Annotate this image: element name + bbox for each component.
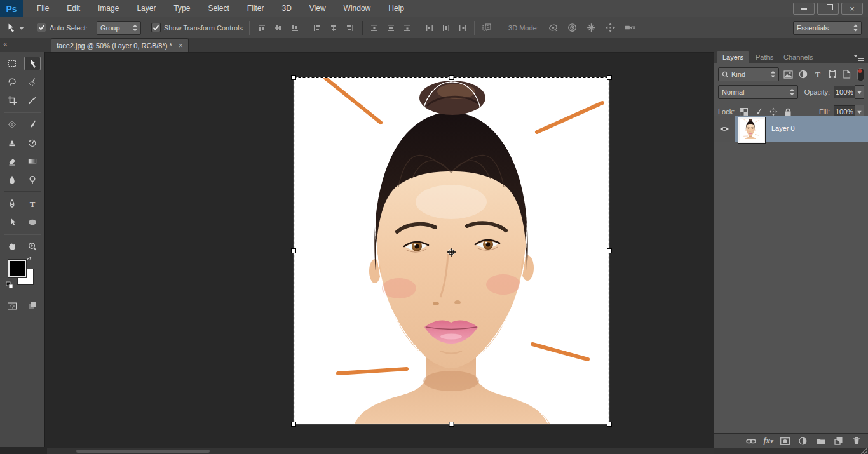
lock-image-pixels-icon[interactable] [753, 107, 764, 117]
layer-filter-kind-dropdown[interactable]: Kind [718, 67, 779, 81]
tab-paths[interactable]: Paths [750, 51, 779, 63]
document-canvas[interactable] [294, 77, 609, 424]
menu-edit[interactable]: Edit [58, 0, 89, 17]
rectangular-marquee-tool[interactable] [4, 57, 20, 70]
align-horizontal-centers-icon[interactable] [328, 22, 339, 33]
panel-menu-icon[interactable] [854, 54, 864, 62]
eraser-tool[interactable] [4, 154, 20, 168]
close-button[interactable]: × [841, 3, 863, 15]
align-left-edges-icon[interactable] [311, 22, 322, 33]
clone-stamp-tool[interactable] [4, 136, 20, 150]
auto-align-layers-icon[interactable] [481, 22, 492, 33]
layer-name[interactable]: Layer 0 [771, 124, 795, 132]
quick-selection-tool[interactable] [24, 75, 41, 89]
blur-tool[interactable] [4, 173, 20, 187]
layer-row-layer0[interactable]: Layer 0 [714, 116, 868, 142]
menu-help[interactable]: Help [379, 0, 413, 17]
filter-adjustment-layers-icon[interactable] [797, 69, 808, 80]
workspace-dropdown[interactable]: Essentials [793, 21, 862, 35]
distribute-vertical-centers-icon[interactable] [385, 22, 396, 33]
lock-all-icon[interactable] [782, 107, 793, 117]
transform-handle-mid-left[interactable] [292, 249, 296, 253]
link-layers-icon[interactable] [745, 436, 756, 446]
brush-tool[interactable] [24, 117, 41, 131]
default-colors-icon[interactable] [6, 281, 13, 289]
menu-filter[interactable]: Filter [238, 0, 273, 17]
layer-visibility-cell[interactable] [714, 116, 735, 142]
foreground-color-swatch[interactable] [8, 260, 26, 277]
gradient-tool[interactable] [24, 154, 41, 168]
menu-3d[interactable]: 3D [273, 0, 300, 17]
distribute-bottom-edges-icon[interactable] [402, 22, 412, 33]
new-group-icon[interactable] [815, 436, 826, 446]
menu-type[interactable]: Type [165, 0, 199, 17]
transform-handle-mid-right[interactable] [607, 249, 612, 253]
menu-image[interactable]: Image [89, 0, 128, 17]
tab-layers[interactable]: Layers [717, 51, 749, 63]
transform-handle-top-right[interactable] [607, 76, 612, 80]
zoom-tool[interactable] [24, 239, 41, 253]
distribute-top-edges-icon[interactable] [369, 22, 379, 33]
document-tab-close-icon[interactable]: × [179, 42, 183, 50]
layer-thumbnail[interactable] [738, 117, 765, 143]
history-brush-tool[interactable] [24, 136, 41, 150]
screen-mode-button[interactable] [24, 299, 41, 313]
auto-select-checkbox[interactable]: Auto-Select: [37, 23, 88, 32]
horizontal-type-tool[interactable]: T [24, 197, 41, 211]
restore-button[interactable] [817, 3, 839, 15]
auto-select-target-dropdown[interactable]: Group [97, 21, 141, 35]
menu-layer[interactable]: Layer [128, 0, 165, 17]
horizontal-scrollbar[interactable] [47, 448, 714, 454]
3d-roll-icon[interactable] [567, 22, 578, 33]
ellipse-shape-tool[interactable] [24, 215, 41, 229]
move-tool-icon[interactable] [5, 22, 16, 33]
swap-colors-icon[interactable] [26, 257, 34, 264]
spot-healing-brush-tool[interactable] [4, 117, 20, 131]
transform-handle-bottom-left[interactable] [292, 422, 296, 427]
eyedropper-tool[interactable] [24, 93, 41, 107]
distribute-left-edges-icon[interactable] [424, 22, 435, 33]
distribute-horizontal-centers-icon[interactable] [440, 22, 451, 33]
3d-drag-icon[interactable] [586, 22, 597, 33]
show-transform-checkbox[interactable]: Show Transform Controls [151, 23, 243, 32]
menu-view[interactable]: View [301, 0, 335, 17]
new-adjustment-layer-icon[interactable] [797, 436, 808, 446]
transform-handle-bottom-center[interactable] [449, 422, 454, 427]
blend-mode-dropdown[interactable]: Normal [718, 85, 798, 99]
transform-handle-top-center[interactable] [449, 76, 454, 80]
dodge-tool[interactable] [24, 173, 41, 187]
path-selection-tool[interactable] [4, 215, 20, 229]
move-tool[interactable] [24, 57, 41, 70]
transform-handle-bottom-right[interactable] [607, 422, 612, 427]
align-top-edges-icon[interactable] [256, 22, 267, 33]
transform-handle-top-left[interactable] [292, 76, 296, 80]
tool-preset-caret-icon[interactable] [19, 26, 24, 30]
opacity-caret-icon[interactable] [855, 85, 864, 99]
align-bottom-edges-icon[interactable] [289, 22, 300, 33]
horizontal-scrollbar-thumb[interactable] [76, 450, 210, 453]
distribute-right-edges-icon[interactable] [457, 22, 468, 33]
filter-pixel-layers-icon[interactable] [783, 69, 794, 80]
opacity-control[interactable]: 100% [834, 85, 864, 99]
align-right-edges-icon[interactable] [344, 22, 355, 33]
menu-window[interactable]: Window [335, 0, 380, 17]
tab-channels[interactable]: Channels [778, 51, 818, 63]
lock-position-icon[interactable] [768, 107, 778, 117]
filter-shape-layers-icon[interactable] [827, 69, 837, 80]
panel-resize-grip[interactable] [861, 448, 867, 454]
minimize-button[interactable] [793, 3, 815, 15]
layer-filter-toggle[interactable] [857, 68, 864, 81]
menu-file[interactable]: File [28, 0, 58, 17]
menu-select[interactable]: Select [199, 0, 238, 17]
delete-layer-icon[interactable] [851, 436, 862, 446]
3d-scale-camera-icon[interactable] [624, 22, 635, 33]
crop-tool[interactable] [4, 93, 20, 107]
document-tab[interactable]: face2.jpg @ 50% (Layer 0, RGB/8*) * × [51, 38, 189, 52]
lasso-tool[interactable] [4, 75, 20, 89]
new-layer-icon[interactable] [833, 436, 844, 446]
filter-type-layers-icon[interactable]: T [812, 69, 823, 80]
collapse-tools-panel-icon[interactable]: « [3, 40, 7, 48]
3d-rotate-icon[interactable] [548, 22, 559, 33]
pen-tool[interactable] [4, 197, 20, 211]
hand-tool[interactable] [4, 239, 20, 253]
